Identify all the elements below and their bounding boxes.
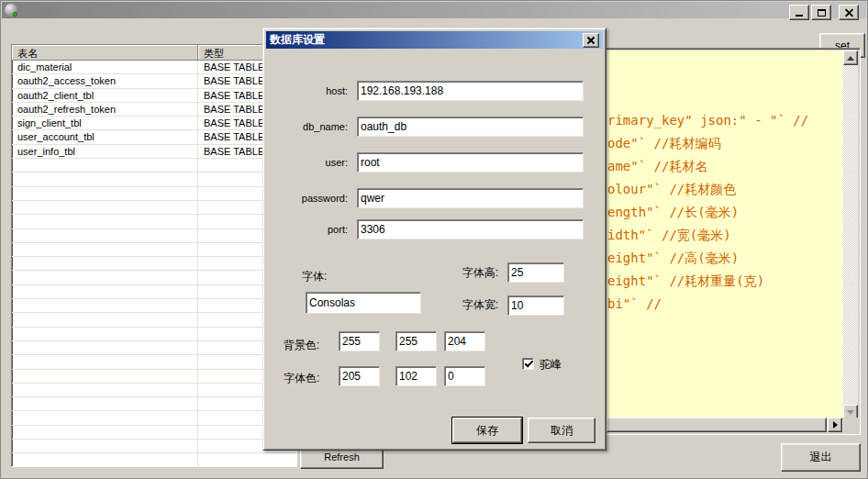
bg-color-label: 背景色: (284, 338, 319, 353)
password-input[interactable] (357, 188, 584, 208)
table-row[interactable]: sign_client_tblBASE TABLE (12, 117, 296, 130)
table-row[interactable]: oauth2_access_tokenBASE TABLE (12, 74, 296, 88)
table-row[interactable]: dic_materialBASE TABLE (12, 61, 296, 74)
cell-table-name (12, 257, 198, 271)
table-row[interactable] (12, 426, 296, 440)
cell-table-name (12, 341, 198, 355)
code-viewer-frame: rimary_key" json:" - "` //ode"` //耗材编码am… (604, 48, 861, 435)
table-row[interactable] (12, 229, 296, 243)
table-row[interactable] (12, 355, 296, 369)
app-window: { "table": { "headers": ["表名", "类型"], "r… (0, 0, 868, 479)
cell-table-name (12, 159, 198, 173)
cell-table-name: user_account_tbl (12, 130, 198, 144)
minimize-icon (796, 15, 803, 17)
table-row[interactable] (12, 411, 296, 425)
cell-table-name (12, 440, 198, 453)
scroll-right-button[interactable] (828, 418, 842, 432)
cell-table-name (12, 384, 198, 397)
table-row[interactable] (12, 271, 296, 284)
font-color-value-2[interactable] (444, 366, 485, 386)
table-row[interactable] (12, 313, 296, 327)
font-color-label: 字体色: (284, 371, 319, 386)
font-color-value-1[interactable] (395, 366, 437, 386)
cancel-button[interactable]: 取消 (528, 418, 595, 443)
scroll-up-button[interactable] (843, 50, 858, 65)
minimize-button[interactable] (789, 5, 809, 20)
table-row[interactable]: user_info_tblBASE TABLE (12, 145, 296, 159)
tables-list[interactable]: 表名 类型 dic_materialBASE TABLEoauth2_acces… (11, 44, 297, 467)
table-row[interactable] (12, 201, 296, 215)
db_name-input[interactable] (357, 117, 584, 137)
cell-table-name: user_info_tbl (12, 145, 198, 159)
table-row[interactable] (12, 440, 296, 453)
cell-table-name: dic_material (12, 61, 198, 74)
cell-table-name (12, 201, 198, 215)
maximize-button[interactable] (811, 5, 831, 20)
maximize-icon (818, 9, 826, 17)
table-header-row: 表名 类型 (12, 45, 296, 61)
cell-table-name: oauth2_client_tbl (12, 89, 198, 103)
host-input[interactable] (357, 81, 584, 101)
table-row[interactable] (12, 397, 296, 411)
cell-table-name (12, 173, 198, 186)
table-row[interactable] (12, 187, 296, 201)
font-input[interactable] (306, 292, 421, 314)
table-row[interactable]: oauth2_client_tblBASE TABLE (12, 89, 296, 103)
db_name-label: db_name: (278, 121, 348, 132)
titlebar (2, 2, 866, 18)
column-header-table-name[interactable]: 表名 (12, 45, 198, 61)
cell-table-name: oauth2_access_token (12, 74, 198, 88)
table-row[interactable]: user_account_tblBASE TABLE (12, 130, 296, 144)
exit-button[interactable]: 退出 (781, 443, 861, 472)
table-body: dic_materialBASE TABLEoauth2_access_toke… (12, 61, 296, 467)
save-button[interactable]: 保存 (452, 418, 522, 443)
close-icon (845, 9, 853, 17)
bg-color-value-0[interactable] (339, 331, 380, 351)
code-area[interactable]: rimary_key" json:" - "` //ode"` //耗材编码am… (606, 50, 843, 419)
table-row[interactable] (12, 370, 296, 384)
cell-table-name (12, 328, 198, 341)
horizontal-scrollbar[interactable] (606, 418, 843, 432)
table-row[interactable] (12, 285, 296, 299)
code-line: idth"` //宽(毫米) (607, 224, 731, 247)
code-line: ame"` //耗材名 (607, 155, 707, 178)
table-row[interactable] (12, 453, 296, 467)
table-row[interactable] (12, 243, 296, 257)
font-height-label: 字体高: (428, 265, 498, 281)
camelcase-label: 驼峰 (540, 357, 562, 373)
app-icon (5, 4, 17, 17)
cell-table-name (12, 243, 198, 257)
table-row[interactable] (12, 299, 296, 313)
font-width-label: 字体宽: (428, 297, 498, 313)
table-row[interactable] (12, 341, 296, 355)
table-row[interactable]: oauth2_refresh_tokenBASE TABLE (12, 103, 296, 117)
user-input[interactable] (357, 152, 584, 173)
cell-table-name (12, 271, 198, 284)
cell-table-name: sign_client_tbl (12, 117, 198, 130)
table-row[interactable] (12, 173, 296, 186)
code-line: ode"` //耗材编码 (607, 132, 720, 155)
dialog-titlebar: 数据库设置 (266, 31, 603, 49)
table-row[interactable] (12, 215, 296, 228)
port-label: port: (278, 224, 348, 235)
port-input[interactable] (357, 219, 584, 240)
code-line: olour"` //耗材颜色 (607, 178, 736, 201)
bg-color-value-1[interactable] (395, 331, 437, 351)
vertical-scrollbar[interactable] (843, 50, 858, 419)
code-line: ength"` //长(毫米) (607, 201, 739, 224)
camelcase-checkbox[interactable] (522, 358, 534, 370)
scroll-down-icon (847, 410, 854, 415)
font-color-value-0[interactable] (339, 366, 380, 386)
horizontal-scroll-thumb[interactable] (606, 418, 827, 432)
bg-color-value-2[interactable] (444, 331, 485, 351)
table-row[interactable] (12, 328, 296, 341)
font-height-input[interactable] (507, 262, 564, 283)
close-button[interactable] (839, 5, 859, 20)
dialog-close-button[interactable] (583, 33, 599, 48)
table-row[interactable] (12, 159, 296, 173)
scrollbar-corner (843, 418, 858, 432)
font-width-input[interactable] (507, 295, 564, 316)
cell-table-name (12, 229, 198, 243)
table-row[interactable] (12, 257, 296, 271)
table-row[interactable] (12, 384, 296, 397)
